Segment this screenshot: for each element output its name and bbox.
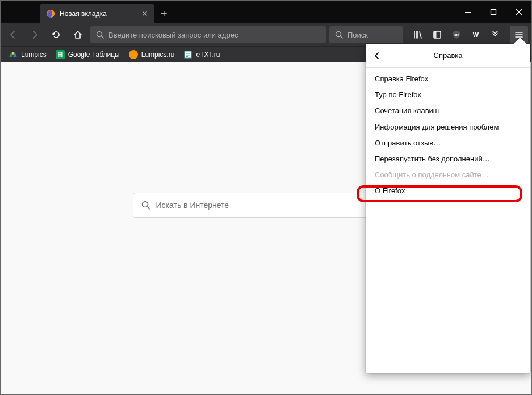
help-item-firefox-tour[interactable]: Тур по Firefox xyxy=(366,87,530,103)
titlebar: Новая вкладка ✕ + xyxy=(1,1,531,23)
bookmark-label: Google Таблицы xyxy=(68,51,120,59)
help-items-list: Справка Firefox Тур по Firefox Сочетания… xyxy=(366,68,530,203)
reload-button[interactable] xyxy=(47,26,65,44)
sidebar-toggle-icon[interactable] xyxy=(428,26,446,43)
help-back-button[interactable] xyxy=(366,52,388,60)
svg-point-17 xyxy=(142,202,148,207)
maximize-button[interactable] xyxy=(480,1,506,23)
search-icon xyxy=(335,31,343,39)
bookmark-label: Lumpics xyxy=(21,51,47,59)
svg-rect-15 xyxy=(186,55,190,56)
svg-text:UO: UO xyxy=(454,33,460,37)
help-item-shortcuts[interactable]: Сочетания клавиш xyxy=(366,103,530,119)
forward-button[interactable] xyxy=(26,26,44,44)
svg-text:W: W xyxy=(473,31,479,38)
bookmark-google-sheets[interactable]: ▦ Google Таблицы xyxy=(52,48,123,61)
search-bar[interactable]: Поиск xyxy=(329,26,403,43)
svg-point-4 xyxy=(336,32,341,37)
toolbar-actions: UO W xyxy=(407,26,504,43)
help-panel: Справка Справка Firefox Тур по Firefox С… xyxy=(366,44,530,373)
help-item-about-firefox[interactable]: О Firefox xyxy=(366,183,530,199)
help-item-feedback[interactable]: Отправить отзыв… xyxy=(366,135,530,151)
svg-rect-6 xyxy=(434,31,437,38)
svg-point-3 xyxy=(97,32,102,37)
tab-title: Новая вкладка xyxy=(60,10,137,18)
help-header: Справка xyxy=(366,44,530,68)
sheets-icon: ▦ xyxy=(56,50,65,59)
url-placeholder: Введите поисковый запрос или адрес xyxy=(108,31,238,39)
lumpics-icon xyxy=(129,50,138,59)
library-icon[interactable] xyxy=(409,26,427,43)
minimize-button[interactable] xyxy=(455,1,480,23)
url-bar[interactable]: Введите поисковый запрос или адрес xyxy=(90,26,326,43)
search-placeholder: Поиск xyxy=(347,31,368,39)
back-button[interactable] xyxy=(4,26,22,44)
active-tab[interactable]: Новая вкладка ✕ xyxy=(40,4,154,23)
etxt-icon xyxy=(183,50,192,59)
svg-rect-16 xyxy=(186,56,188,57)
svg-rect-1 xyxy=(465,12,471,13)
vk-icon[interactable]: W xyxy=(467,26,485,43)
close-tab-icon[interactable]: ✕ xyxy=(141,9,148,18)
bookmark-lumpics-ru[interactable]: Lumpics.ru xyxy=(125,48,178,61)
nav-toolbar: Введите поисковый запрос или адрес Поиск… xyxy=(1,23,531,46)
home-button[interactable] xyxy=(69,26,87,44)
tab-strip: Новая вкладка ✕ + xyxy=(1,4,455,23)
bookmark-etxt[interactable]: eTXT.ru xyxy=(180,48,223,61)
search-icon xyxy=(96,31,104,39)
help-item-restart-noaddons[interactable]: Перезапустить без дополнений… xyxy=(366,151,530,167)
ublock-icon[interactable]: UO xyxy=(447,26,466,43)
svg-rect-14 xyxy=(186,53,190,54)
help-item-report-site: Сообщить о поддельном сайте… xyxy=(366,167,530,183)
bookmark-lumpics[interactable]: Lumpics xyxy=(5,48,50,61)
window-controls xyxy=(455,1,531,23)
search-icon xyxy=(141,201,150,210)
bookmark-label: Lumpics.ru xyxy=(141,51,175,59)
help-title: Справка xyxy=(388,51,530,60)
bookmark-label: eTXT.ru xyxy=(196,51,220,59)
help-item-firefox-help[interactable]: Справка Firefox xyxy=(366,71,530,87)
firefox-icon xyxy=(46,9,55,18)
drive-icon xyxy=(9,50,18,59)
svg-rect-2 xyxy=(491,10,496,15)
new-tab-button[interactable]: + xyxy=(154,7,174,20)
overflow-icon[interactable] xyxy=(486,26,504,43)
web-search-placeholder: Искать в Интернете xyxy=(156,201,229,210)
web-search-input[interactable]: Искать в Интернете xyxy=(133,193,400,218)
help-item-troubleshoot[interactable]: Информация для решения проблем xyxy=(366,119,530,135)
close-window-button[interactable] xyxy=(506,1,531,23)
